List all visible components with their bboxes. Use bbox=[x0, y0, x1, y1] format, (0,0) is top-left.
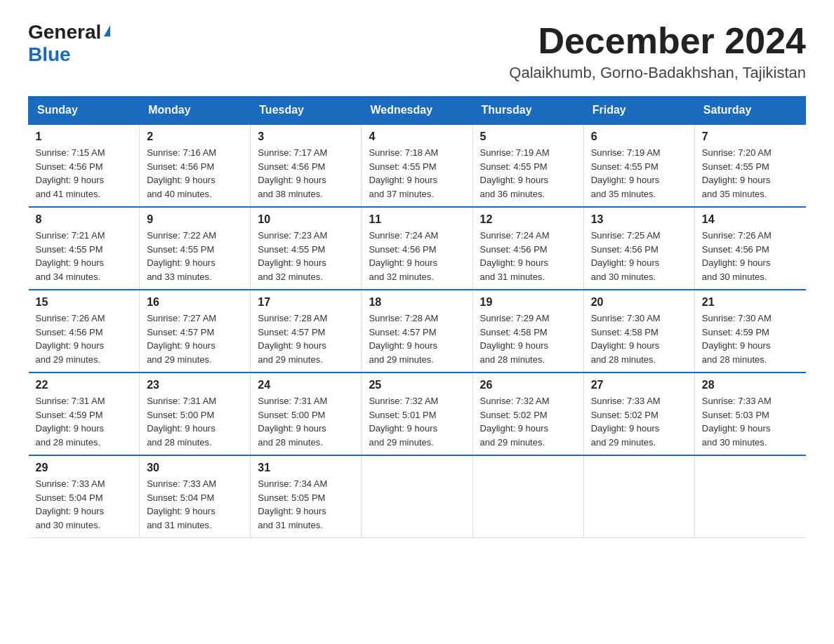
day-number: 2 bbox=[147, 130, 243, 143]
day-info: Sunrise: 7:32 AMSunset: 5:01 PMDaylight:… bbox=[369, 394, 465, 449]
day-number: 17 bbox=[258, 296, 354, 309]
calendar-day-cell: 28Sunrise: 7:33 AMSunset: 5:03 PMDayligh… bbox=[694, 373, 805, 455]
day-info: Sunrise: 7:33 AMSunset: 5:03 PMDaylight:… bbox=[702, 394, 799, 449]
day-info: Sunrise: 7:31 AMSunset: 5:00 PMDaylight:… bbox=[147, 394, 243, 449]
day-info: Sunrise: 7:23 AMSunset: 4:55 PMDaylight:… bbox=[258, 229, 354, 283]
calendar-day-cell: 1Sunrise: 7:15 AMSunset: 4:56 PMDaylight… bbox=[29, 124, 140, 207]
weekday-header-sunday: Sunday bbox=[29, 97, 140, 125]
day-info: Sunrise: 7:30 AMSunset: 4:59 PMDaylight:… bbox=[702, 311, 799, 366]
calendar-table: SundayMondayTuesdayWednesdayThursdayFrid… bbox=[28, 96, 806, 538]
day-info: Sunrise: 7:27 AMSunset: 4:57 PMDaylight:… bbox=[147, 311, 243, 366]
calendar-day-cell: 8Sunrise: 7:21 AMSunset: 4:55 PMDaylight… bbox=[29, 207, 140, 290]
calendar-day-cell: 2Sunrise: 7:16 AMSunset: 4:56 PMDaylight… bbox=[140, 124, 251, 207]
day-number: 13 bbox=[591, 213, 687, 226]
calendar-day-cell: 12Sunrise: 7:24 AMSunset: 4:56 PMDayligh… bbox=[472, 207, 583, 290]
calendar-day-cell: 3Sunrise: 7:17 AMSunset: 4:56 PMDaylight… bbox=[251, 124, 362, 207]
logo: General Blue bbox=[28, 21, 110, 66]
calendar-day-cell: 24Sunrise: 7:31 AMSunset: 5:00 PMDayligh… bbox=[251, 373, 362, 455]
logo-blue-text: Blue bbox=[28, 43, 71, 66]
day-info: Sunrise: 7:19 AMSunset: 4:55 PMDaylight:… bbox=[591, 146, 687, 201]
day-number: 19 bbox=[480, 296, 576, 309]
day-info: Sunrise: 7:33 AMSunset: 5:02 PMDaylight:… bbox=[591, 394, 687, 449]
day-number: 28 bbox=[702, 379, 799, 391]
day-info: Sunrise: 7:26 AMSunset: 4:56 PMDaylight:… bbox=[36, 311, 133, 366]
day-info: Sunrise: 7:29 AMSunset: 4:58 PMDaylight:… bbox=[480, 311, 576, 366]
weekday-header-thursday: Thursday bbox=[472, 97, 583, 125]
day-number: 10 bbox=[258, 213, 354, 226]
day-number: 12 bbox=[480, 213, 576, 226]
calendar-day-cell: 4Sunrise: 7:18 AMSunset: 4:55 PMDaylight… bbox=[362, 124, 472, 207]
calendar-header: SundayMondayTuesdayWednesdayThursdayFrid… bbox=[29, 97, 806, 125]
weekday-header-tuesday: Tuesday bbox=[251, 97, 362, 125]
day-number: 24 bbox=[258, 379, 354, 391]
day-info: Sunrise: 7:24 AMSunset: 4:56 PMDaylight:… bbox=[480, 229, 576, 283]
day-info: Sunrise: 7:28 AMSunset: 4:57 PMDaylight:… bbox=[258, 311, 354, 366]
day-number: 31 bbox=[258, 462, 354, 474]
day-number: 9 bbox=[147, 213, 243, 226]
day-number: 7 bbox=[702, 130, 799, 143]
calendar-day-cell: 13Sunrise: 7:25 AMSunset: 4:56 PMDayligh… bbox=[583, 207, 694, 290]
day-info: Sunrise: 7:33 AMSunset: 5:04 PMDaylight:… bbox=[36, 477, 133, 532]
day-number: 26 bbox=[480, 379, 576, 391]
day-info: Sunrise: 7:22 AMSunset: 4:55 PMDaylight:… bbox=[147, 229, 243, 283]
day-number: 30 bbox=[147, 462, 243, 474]
day-info: Sunrise: 7:16 AMSunset: 4:56 PMDaylight:… bbox=[147, 146, 243, 201]
calendar-day-cell: 23Sunrise: 7:31 AMSunset: 5:00 PMDayligh… bbox=[140, 373, 251, 455]
calendar-week-row: 8Sunrise: 7:21 AMSunset: 4:55 PMDaylight… bbox=[29, 207, 806, 290]
calendar-day-cell: 18Sunrise: 7:28 AMSunset: 4:57 PMDayligh… bbox=[362, 290, 472, 373]
day-number: 5 bbox=[480, 130, 576, 143]
logo-general-text: General bbox=[28, 21, 101, 43]
day-info: Sunrise: 7:21 AMSunset: 4:55 PMDaylight:… bbox=[36, 229, 133, 283]
day-number: 6 bbox=[591, 130, 687, 143]
day-info: Sunrise: 7:24 AMSunset: 4:56 PMDaylight:… bbox=[369, 229, 465, 283]
calendar-day-cell: 22Sunrise: 7:31 AMSunset: 4:59 PMDayligh… bbox=[29, 373, 140, 455]
calendar-day-cell: 29Sunrise: 7:33 AMSunset: 5:04 PMDayligh… bbox=[29, 455, 140, 538]
calendar-day-cell: 20Sunrise: 7:30 AMSunset: 4:58 PMDayligh… bbox=[583, 290, 694, 373]
day-info: Sunrise: 7:19 AMSunset: 4:55 PMDaylight:… bbox=[480, 146, 576, 201]
day-info: Sunrise: 7:32 AMSunset: 5:02 PMDaylight:… bbox=[480, 394, 576, 449]
location-title: Qalaikhumb, Gorno-Badakhshan, Tajikistan bbox=[509, 64, 806, 82]
day-info: Sunrise: 7:25 AMSunset: 4:56 PMDaylight:… bbox=[591, 229, 687, 283]
month-title: December 2024 bbox=[509, 21, 806, 61]
day-info: Sunrise: 7:31 AMSunset: 5:00 PMDaylight:… bbox=[258, 394, 354, 449]
weekday-header-friday: Friday bbox=[583, 97, 694, 125]
calendar-day-cell: 10Sunrise: 7:23 AMSunset: 4:55 PMDayligh… bbox=[251, 207, 362, 290]
calendar-day-cell: 31Sunrise: 7:34 AMSunset: 5:05 PMDayligh… bbox=[251, 455, 362, 538]
calendar-day-cell bbox=[362, 455, 472, 538]
weekday-header-monday: Monday bbox=[140, 97, 251, 125]
calendar-day-cell: 7Sunrise: 7:20 AMSunset: 4:55 PMDaylight… bbox=[694, 124, 805, 207]
day-number: 8 bbox=[36, 213, 133, 226]
day-info: Sunrise: 7:30 AMSunset: 4:58 PMDaylight:… bbox=[591, 311, 687, 366]
calendar-day-cell: 30Sunrise: 7:33 AMSunset: 5:04 PMDayligh… bbox=[140, 455, 251, 538]
calendar-day-cell: 6Sunrise: 7:19 AMSunset: 4:55 PMDaylight… bbox=[583, 124, 694, 207]
day-number: 16 bbox=[147, 296, 243, 309]
calendar-day-cell: 11Sunrise: 7:24 AMSunset: 4:56 PMDayligh… bbox=[362, 207, 472, 290]
calendar-day-cell bbox=[472, 455, 583, 538]
day-info: Sunrise: 7:18 AMSunset: 4:55 PMDaylight:… bbox=[369, 146, 465, 201]
day-info: Sunrise: 7:34 AMSunset: 5:05 PMDaylight:… bbox=[258, 477, 354, 532]
day-info: Sunrise: 7:20 AMSunset: 4:55 PMDaylight:… bbox=[702, 146, 799, 201]
day-info: Sunrise: 7:17 AMSunset: 4:56 PMDaylight:… bbox=[258, 146, 354, 201]
calendar-day-cell: 17Sunrise: 7:28 AMSunset: 4:57 PMDayligh… bbox=[251, 290, 362, 373]
day-number: 18 bbox=[369, 296, 465, 309]
logo-general-line: General bbox=[28, 21, 110, 43]
calendar-week-row: 1Sunrise: 7:15 AMSunset: 4:56 PMDaylight… bbox=[29, 124, 806, 207]
day-info: Sunrise: 7:15 AMSunset: 4:56 PMDaylight:… bbox=[36, 146, 133, 201]
calendar-body: 1Sunrise: 7:15 AMSunset: 4:56 PMDaylight… bbox=[29, 124, 806, 538]
day-number: 3 bbox=[258, 130, 354, 143]
calendar-day-cell: 5Sunrise: 7:19 AMSunset: 4:55 PMDaylight… bbox=[472, 124, 583, 207]
day-number: 14 bbox=[702, 213, 799, 226]
day-info: Sunrise: 7:31 AMSunset: 4:59 PMDaylight:… bbox=[36, 394, 133, 449]
weekday-header-wednesday: Wednesday bbox=[362, 97, 472, 125]
day-number: 25 bbox=[369, 379, 465, 391]
calendar-day-cell bbox=[694, 455, 805, 538]
page-header: General Blue December 2024 Qalaikhumb, G… bbox=[28, 21, 806, 82]
day-info: Sunrise: 7:26 AMSunset: 4:56 PMDaylight:… bbox=[702, 229, 799, 283]
logo-triangle-icon bbox=[104, 25, 110, 36]
day-info: Sunrise: 7:33 AMSunset: 5:04 PMDaylight:… bbox=[147, 477, 243, 532]
day-number: 23 bbox=[147, 379, 243, 391]
calendar-week-row: 22Sunrise: 7:31 AMSunset: 4:59 PMDayligh… bbox=[29, 373, 806, 455]
day-number: 22 bbox=[36, 379, 133, 391]
day-number: 1 bbox=[36, 130, 133, 143]
day-number: 21 bbox=[702, 296, 799, 309]
